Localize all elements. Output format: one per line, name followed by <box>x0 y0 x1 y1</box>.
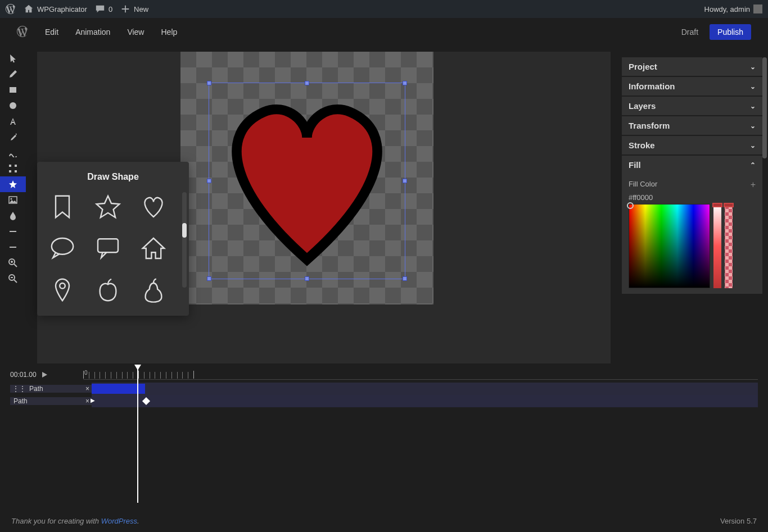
track-prop-path[interactable]: Path × <box>10 397 92 405</box>
drag-handle-icon[interactable]: ⋮⋮ <box>12 385 26 393</box>
zoom-out-tool[interactable] <box>0 271 26 287</box>
heart-shape[interactable] <box>209 83 405 279</box>
plus-icon <box>120 4 130 14</box>
pencil-tool[interactable] <box>0 66 26 82</box>
current-time: 00:01.00 <box>10 371 37 379</box>
footer-thanks: Thank you for creating with <box>11 517 101 525</box>
chevron-down-icon: ⌄ <box>750 83 756 90</box>
comments-link[interactable]: 0 <box>95 4 112 14</box>
svg-point-12 <box>52 238 73 254</box>
zoom-in-tool[interactable] <box>0 255 26 271</box>
chevron-down-icon: ⌄ <box>750 102 756 110</box>
shape-tool[interactable] <box>0 176 26 192</box>
canvas-stage <box>180 52 433 304</box>
app-menu-bar: Edit Animation View Help Draft Publish <box>0 18 768 46</box>
chevron-up-icon: ⌃ <box>750 161 756 169</box>
svg-rect-3 <box>15 165 17 167</box>
close-track-icon[interactable]: × <box>85 385 89 393</box>
close-track-icon[interactable]: × <box>85 397 89 405</box>
menu-animation[interactable]: Animation <box>75 28 110 37</box>
shape-heart[interactable] <box>135 191 171 222</box>
color-cursor[interactable] <box>627 202 634 209</box>
site-name: WPGraphicator <box>37 5 87 13</box>
shape-speech-bubble[interactable] <box>45 233 80 264</box>
shape-popup: Draw Shape <box>37 162 189 316</box>
alpha-slider[interactable] <box>725 204 733 288</box>
hue-handle[interactable] <box>712 203 722 207</box>
panel-layers[interactable]: Layers⌄ <box>622 97 762 115</box>
shape-house[interactable] <box>135 233 171 264</box>
svg-point-7 <box>11 198 12 200</box>
panel-information[interactable]: Information⌄ <box>622 77 762 96</box>
comment-icon <box>95 4 105 14</box>
add-fill-icon[interactable]: + <box>751 180 756 190</box>
app-logo-icon[interactable] <box>17 26 28 39</box>
text-tool[interactable] <box>0 113 26 129</box>
main-scrollbar-thumb[interactable] <box>762 57 767 158</box>
shape-pin[interactable] <box>45 274 80 306</box>
wp-admin-bar: WPGraphicator 0 New Howdy, admin <box>0 0 768 18</box>
chevron-down-icon: ⌄ <box>750 63 756 71</box>
track-group-path[interactable]: ⋮⋮Path × <box>10 385 92 393</box>
playhead[interactable] <box>137 368 138 503</box>
svg-rect-0 <box>10 87 16 93</box>
footer: Thank you for creating with WordPress. V… <box>0 510 768 532</box>
track-body-prop[interactable]: ▶ <box>92 395 758 407</box>
hue-slider[interactable] <box>713 204 721 288</box>
menu-help[interactable]: Help <box>161 28 177 37</box>
rect-tool[interactable] <box>0 82 26 98</box>
shape-star[interactable] <box>91 191 126 222</box>
panel-transform[interactable]: Transform⌄ <box>622 116 762 135</box>
publish-button[interactable]: Publish <box>710 24 751 40</box>
svg-rect-8 <box>10 231 16 232</box>
main-scrollbar[interactable] <box>762 57 767 338</box>
shape-scrollbar-thumb[interactable] <box>182 223 187 238</box>
color-picker <box>629 204 756 288</box>
alpha-handle[interactable] <box>724 203 734 207</box>
circle-tool[interactable] <box>0 98 26 113</box>
chevron-down-icon: ⌄ <box>750 122 756 130</box>
panel-project[interactable]: Project⌄ <box>622 57 762 76</box>
svg-rect-5 <box>15 170 17 172</box>
svg-rect-9 <box>10 247 16 248</box>
avatar <box>753 4 762 13</box>
wordpress-link[interactable]: WordPress <box>101 517 137 525</box>
minus-tool[interactable] <box>0 224 26 239</box>
draft-button[interactable]: Draft <box>681 28 698 37</box>
menu-edit[interactable]: Edit <box>45 28 58 37</box>
tool-toolbar <box>0 46 26 363</box>
svg-rect-13 <box>98 239 118 252</box>
greeting: Howdy, admin <box>704 5 750 13</box>
eyedropper-tool[interactable] <box>0 129 26 145</box>
svg-point-14 <box>60 283 66 289</box>
track-body-group[interactable] <box>92 383 758 395</box>
select-tool[interactable] <box>0 51 26 66</box>
shape-apple[interactable] <box>91 274 126 306</box>
timeline: 00:01.00 0 ⋮⋮Path × Path × <box>0 363 768 510</box>
wp-logo-icon[interactable] <box>6 4 16 14</box>
path-tool[interactable] <box>0 145 26 161</box>
shape-popup-title: Draw Shape <box>45 172 181 182</box>
account-link[interactable]: Howdy, admin <box>704 4 762 13</box>
shape-scrollbar[interactable] <box>182 192 187 288</box>
transform-tool[interactable] <box>0 161 26 176</box>
drop-tool[interactable] <box>0 208 26 224</box>
ruler-zero: 0 <box>84 370 88 376</box>
properties-panel: Project⌄ Information⌄ Layers⌄ Transform⌄… <box>616 46 768 363</box>
menu-view[interactable]: View <box>127 28 144 37</box>
shape-chat-rect[interactable] <box>91 233 126 264</box>
color-field[interactable] <box>629 204 710 288</box>
panel-fill[interactable]: Fill⌃ <box>622 156 762 174</box>
keyframe[interactable] <box>142 397 150 405</box>
play-icon[interactable] <box>41 371 48 378</box>
shape-pear[interactable] <box>135 274 171 306</box>
panel-stroke[interactable]: Stroke⌄ <box>622 136 762 154</box>
minus2-tool[interactable] <box>0 239 26 255</box>
new-link[interactable]: New <box>120 4 148 14</box>
fill-color-value[interactable]: #ff0000 <box>629 193 756 202</box>
track-start-caret[interactable]: ▶ <box>91 397 95 403</box>
timeline-ruler[interactable]: 0 <box>83 370 758 380</box>
home-link[interactable]: WPGraphicator <box>24 4 87 14</box>
image-tool[interactable] <box>0 192 26 208</box>
shape-bookmark[interactable] <box>45 191 80 222</box>
